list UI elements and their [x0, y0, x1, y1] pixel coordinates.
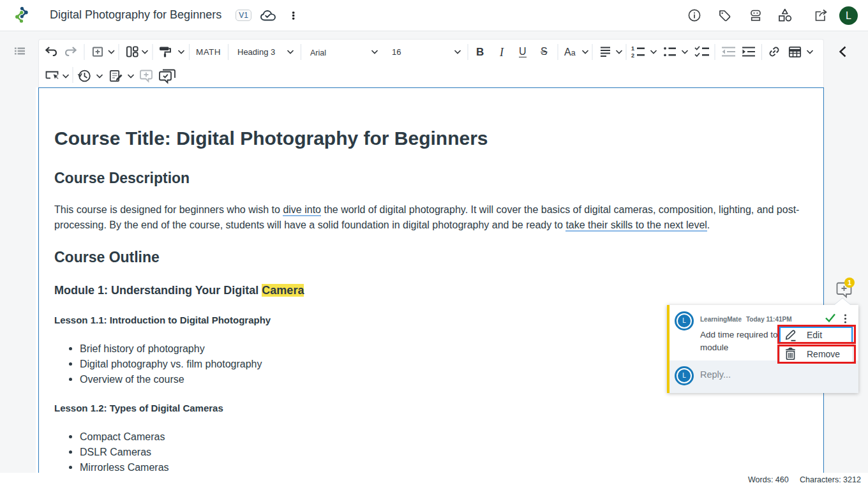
svg-text:2: 2 [631, 52, 634, 59]
svg-text:1: 1 [631, 45, 634, 52]
